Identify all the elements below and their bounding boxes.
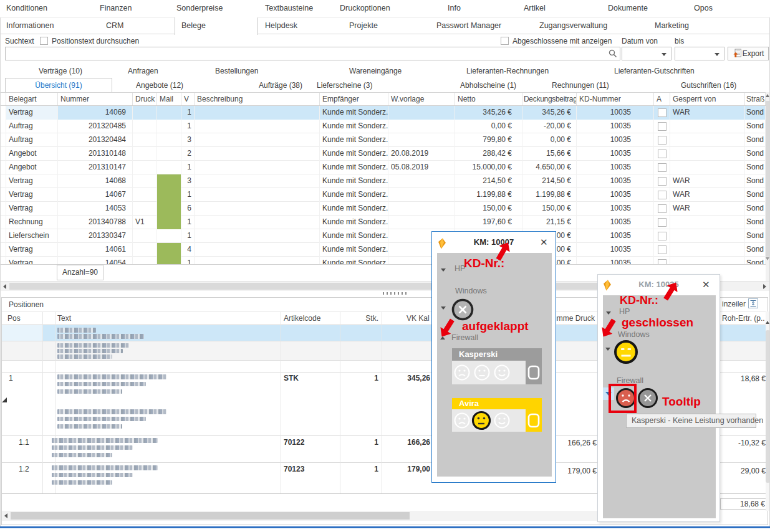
- checkbox[interactable]: [658, 163, 667, 172]
- no-rating-button[interactable]: [526, 361, 542, 384]
- checkbox[interactable]: [658, 191, 667, 199]
- tab-opos[interactable]: Opos: [694, 4, 713, 12]
- tab-angebote[interactable]: Angebote (12): [136, 81, 183, 90]
- tab-konditionen[interactable]: Konditionen: [6, 4, 47, 12]
- column-header-netto[interactable]: Netto: [455, 93, 522, 105]
- positionstext-checkbox[interactable]: [40, 37, 48, 45]
- table-row[interactable]: Angebot2013101482Kunde mit Sonderz...20.…: [0, 147, 766, 161]
- table-row[interactable]: Vertrag140683Kunde mit Sonderz...214,50 …: [0, 174, 766, 188]
- collapse-arrow-icon[interactable]: [605, 348, 610, 351]
- checkbox[interactable]: [658, 177, 667, 186]
- column-header-strasse[interactable]: Straß: [745, 93, 766, 105]
- column-header-beschreibung[interactable]: Beschreibung: [195, 93, 320, 105]
- close-icon[interactable]: ✕: [540, 237, 548, 248]
- rating-neutral-icon[interactable]: [473, 364, 491, 383]
- status-none-icon[interactable]: [635, 386, 660, 412]
- tab-belege-active[interactable]: Belege: [175, 17, 258, 35]
- checkbox[interactable]: [658, 150, 667, 158]
- tab-helpdesk[interactable]: Helpdesk: [265, 21, 297, 30]
- tab-rechnungen[interactable]: Rechnungen (11): [552, 81, 609, 90]
- tab-vertraege[interactable]: Verträge (10): [39, 67, 82, 75]
- tab-anfragen[interactable]: Anfragen: [128, 67, 158, 75]
- tab-textbausteine[interactable]: Textbausteine: [265, 4, 313, 12]
- rating-neutral-selected-icon[interactable]: [471, 410, 492, 433]
- tab-marketing[interactable]: Marketing: [655, 21, 689, 30]
- tab-passwort-manager[interactable]: Passwort Manager: [436, 21, 501, 30]
- column-header-empfaenger[interactable]: Empfänger: [320, 93, 388, 105]
- checkbox[interactable]: [658, 232, 667, 240]
- abgeschlossene-checkbox[interactable]: [501, 37, 509, 45]
- tab-projekte[interactable]: Projekte: [349, 21, 378, 30]
- splitter-handle[interactable]: [383, 292, 408, 295]
- tab-zugangsverwaltung[interactable]: Zugangsverwaltung: [539, 21, 607, 30]
- row-height-icon[interactable]: [748, 298, 758, 310]
- tab-wareneingaenge[interactable]: Wareneingänge: [349, 67, 402, 75]
- pos-column-header-stk[interactable]: Stk.: [340, 314, 378, 323]
- pos-column-header-pos[interactable]: Pos: [7, 314, 21, 323]
- product-header-kasperski: Kasperski: [452, 348, 542, 361]
- column-header-deckungsbeitrag[interactable]: Deckungsbeitrag: [522, 93, 577, 105]
- export-button[interactable]: Export: [728, 47, 769, 60]
- table-row[interactable]: Auftrag2013204843Kunde mit Sonderz...799…: [0, 133, 766, 147]
- tab-druckoptionen[interactable]: Druckoptionen: [340, 4, 390, 12]
- column-header-v[interactable]: V: [181, 93, 195, 105]
- column-header-kd-nummer[interactable]: KD-Nummer: [577, 93, 654, 105]
- status-neutral-icon[interactable]: [612, 338, 640, 368]
- column-header-a[interactable]: A: [654, 93, 670, 105]
- tab-sonderpreise[interactable]: Sonderpreise: [176, 4, 223, 12]
- tab-uebersicht-active[interactable]: Übersicht (91): [5, 78, 112, 92]
- rating-happy-icon[interactable]: [493, 412, 511, 431]
- pos-column-header-text[interactable]: Text: [57, 314, 71, 323]
- checkbox[interactable]: [658, 108, 667, 117]
- column-header-wvorlage[interactable]: W.vorlage: [388, 93, 455, 105]
- tab-finanzen[interactable]: Finanzen: [100, 4, 132, 12]
- tab-lieferscheine[interactable]: Lieferscheine (3): [317, 81, 372, 90]
- table-row[interactable]: Vertrag140536Kunde mit Sonderz...150,00 …: [0, 202, 766, 216]
- pos-column-header-vk[interactable]: VK Kal: [407, 314, 430, 323]
- checkbox[interactable]: [658, 245, 667, 254]
- tab-lieferanten-rechnungen[interactable]: Lieferanten-Rechnungen: [466, 67, 549, 75]
- search-input[interactable]: [5, 47, 620, 60]
- pos-column-header-artikelcode[interactable]: Artikelcode: [284, 314, 320, 323]
- collapse-arrow-icon[interactable]: [441, 268, 446, 272]
- table-row[interactable]: Vertrag140691Kunde mit Sonderz...345,26 …: [0, 106, 766, 120]
- collapse-arrow-icon[interactable]: [606, 311, 611, 315]
- column-header-druck[interactable]: Druck: [133, 93, 157, 105]
- tab-artikel[interactable]: Artikel: [524, 4, 546, 12]
- rating-happy-icon[interactable]: [493, 364, 511, 383]
- tab-info[interactable]: Info: [448, 4, 461, 12]
- tab-abholscheine[interactable]: Abholscheine (1): [460, 81, 516, 90]
- pos-column-header-roh-ertrag[interactable]: Roh-Ertr. (p..: [722, 314, 765, 323]
- checkbox[interactable]: [658, 122, 667, 131]
- table-row[interactable]: Rechnung201340788V11Kunde mit Sonderz...…: [0, 216, 766, 229]
- rating-sad-icon[interactable]: [453, 364, 471, 383]
- table-row[interactable]: Vertrag140541Kunde mit Sonderz...0,00 €1…: [0, 257, 766, 264]
- table-row[interactable]: Vertrag140671Kunde mit Sonderz...1.199,8…: [0, 188, 766, 202]
- checkbox[interactable]: [658, 204, 667, 213]
- tab-dokumente[interactable]: Dokumente: [608, 4, 648, 12]
- datum-von-combobox[interactable]: [622, 47, 671, 60]
- tab-bestellungen[interactable]: Bestellungen: [215, 67, 258, 75]
- checkbox[interactable]: [658, 218, 667, 227]
- detail-expand-icon[interactable]: [2, 397, 7, 402]
- no-rating-button[interactable]: [526, 409, 542, 432]
- column-header-belegart[interactable]: Belegart: [6, 93, 58, 105]
- checkbox[interactable]: [658, 136, 667, 145]
- column-header-mail[interactable]: Mail: [157, 93, 181, 105]
- close-icon[interactable]: ✕: [702, 279, 710, 290]
- column-header-nummer[interactable]: Nummer: [58, 93, 133, 105]
- checkbox[interactable]: [658, 259, 667, 264]
- tab-lieferanten-gutschriften[interactable]: Lieferanten-Gutschriften: [614, 67, 695, 75]
- table-row[interactable]: Vertrag140614Kunde mit Sonderz...0,00 €1…: [0, 243, 766, 257]
- tab-auftraege[interactable]: Aufträge (38): [259, 81, 302, 90]
- column-header-gesperrt-von[interactable]: Gesperrt von: [670, 93, 745, 105]
- table-row[interactable]: Lieferschein2013303471Kunde mit Sonderz.…: [0, 229, 766, 243]
- table-row[interactable]: Angebot2013101471Kunde mit Sonderz...05.…: [0, 161, 766, 174]
- tab-informationen[interactable]: Informationen: [6, 21, 54, 30]
- tab-gutschriften[interactable]: Gutschriften (16): [681, 81, 736, 90]
- bis-combobox[interactable]: [675, 47, 724, 60]
- table-row[interactable]: Auftrag2013204851Kunde mit Sonderz...0,0…: [0, 120, 766, 133]
- tab-crm[interactable]: CRM: [106, 21, 123, 30]
- collapse-arrow-icon[interactable]: [441, 306, 446, 310]
- rating-sad-icon[interactable]: [453, 412, 471, 431]
